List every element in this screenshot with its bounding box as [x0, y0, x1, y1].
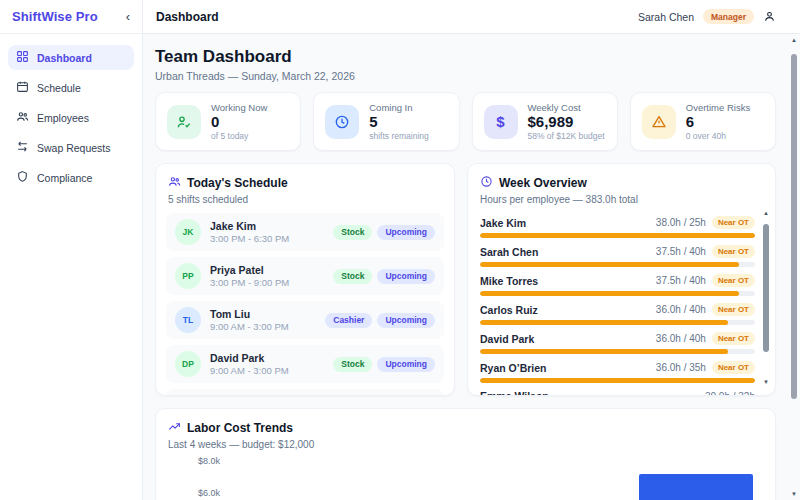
- sidebar-nav: Dashboard Schedule Employees Swap Reques…: [0, 34, 142, 201]
- page-title: Team Dashboard: [155, 47, 776, 67]
- hours-bar-fill: [480, 233, 755, 238]
- topbar: Dashboard Sarah Chen Manager: [143, 0, 800, 34]
- scrollbar-thumb[interactable]: [791, 54, 797, 399]
- avatar: DP: [175, 351, 201, 377]
- role-badge: Stock: [333, 225, 372, 240]
- week-overview-list: Jake Kim 38.0h / 25h Near OT: [468, 209, 775, 396]
- clock-icon: [480, 175, 493, 191]
- hours-vs-cap: 36.0h / 40h: [656, 333, 706, 344]
- main-content: Team Dashboard Urban Threads — Sunday, M…: [143, 34, 800, 500]
- grid-icon: [16, 50, 29, 65]
- role-badge: Stock: [333, 357, 372, 372]
- schedule-row[interactable]: LC Lisa Chen 9:00 AM - 3:00 PM Cashier U…: [166, 389, 444, 396]
- hours-vs-cap: 38.0h / 25h: [656, 217, 706, 228]
- employee-name: Tom Liu: [210, 308, 289, 320]
- stat-card-texts: Weekly Cost $6,989 58% of $12K budget: [528, 102, 605, 141]
- shift-time: 9:00 AM - 3:00 PM: [210, 321, 289, 332]
- stat-value: 6: [686, 113, 750, 131]
- sidebar-collapse-icon[interactable]: ‹: [126, 10, 130, 23]
- schedule-row[interactable]: JK Jake Kim 3:00 PM - 6:30 PM Stock Upco…: [166, 213, 444, 251]
- week-overview-row: Carlos Ruiz 36.0h / 40h Near OT: [480, 299, 755, 328]
- page-subtitle: Urban Threads — Sunday, March 22, 2026: [155, 70, 776, 82]
- stat-label: Working Now: [211, 102, 267, 113]
- week-overview-row: David Park 36.0h / 40h Near OT: [480, 328, 755, 357]
- schedule-row[interactable]: TL Tom Liu 9:00 AM - 3:00 PM Cashier Upc…: [166, 301, 444, 339]
- sidebar-item-label: Swap Requests: [37, 142, 111, 154]
- hours-bar-track: [480, 349, 755, 354]
- schedule-badges: Cashier Upcoming: [325, 313, 435, 328]
- panel-subtitle: Hours per employee — 383.0h total: [480, 194, 763, 205]
- schedule-badges: Stock Upcoming: [333, 357, 435, 372]
- week-overview-row: Jake Kim 38.0h / 25h Near OT: [480, 212, 755, 241]
- near-ot-badge: Near OT: [712, 274, 755, 287]
- sidebar-item-schedule[interactable]: Schedule: [8, 75, 134, 100]
- sidebar-item-employees[interactable]: Employees: [8, 105, 134, 130]
- employee-name: Mike Torres: [480, 275, 538, 287]
- hours-vs-cap: 37.5h / 40h: [656, 275, 706, 286]
- panel-subtitle: Last 4 weeks — budget: $12,000: [168, 439, 763, 450]
- sidebar-item-compliance[interactable]: Compliance: [8, 165, 134, 190]
- scroll-up-icon[interactable]: ▲: [791, 37, 797, 43]
- stat-value: $6,989: [528, 113, 605, 131]
- hours-bar-fill: [480, 320, 728, 325]
- hours-vs-cap: 37.5h / 40h: [656, 246, 706, 257]
- scroll-down-icon[interactable]: ▼: [763, 379, 769, 385]
- clock-icon: [325, 105, 359, 139]
- stat-value: 5: [369, 113, 429, 131]
- panel-title: Today's Schedule: [187, 176, 288, 190]
- status-badge: Upcoming: [377, 269, 435, 284]
- shift-time: 3:00 PM - 9:00 PM: [210, 277, 289, 288]
- schedule-list: JK Jake Kim 3:00 PM - 6:30 PM Stock Upco…: [156, 209, 454, 396]
- scroll-down-icon[interactable]: ▼: [791, 491, 797, 497]
- employee-name: Ryan O’Brien: [480, 362, 547, 374]
- stat-sub: 58% of $12K budget: [528, 131, 605, 141]
- page-scrollbar[interactable]: ▲ ▼: [788, 34, 800, 500]
- stat-card-texts: Coming In 5 shifts remaining: [369, 102, 429, 141]
- dollar-icon: $: [484, 105, 518, 139]
- sidebar-item-swap-requests[interactable]: Swap Requests: [8, 135, 134, 160]
- topbar-user-area: Sarah Chen Manager: [638, 9, 776, 24]
- user-check-icon: [167, 105, 201, 139]
- avatar: PP: [175, 263, 201, 289]
- schedule-row[interactable]: PP Priya Patel 3:00 PM - 9:00 PM Stock U…: [166, 257, 444, 295]
- stat-sub: 0 over 40h: [686, 131, 750, 141]
- scrollbar-thumb[interactable]: [763, 224, 769, 352]
- account-person-icon[interactable]: [763, 10, 776, 23]
- sidebar: ShiftWise Pro ‹ Dashboard Schedule Emplo…: [0, 0, 143, 500]
- employee-name: Jake Kim: [210, 220, 289, 232]
- labor-cost-bar: [639, 474, 753, 500]
- shift-time: 9:00 AM - 3:00 PM: [210, 365, 289, 376]
- page-breadcrumb: Dashboard: [156, 10, 219, 24]
- sidebar-item-dashboard[interactable]: Dashboard: [8, 45, 134, 70]
- panel-title: Labor Cost Trends: [187, 421, 293, 435]
- week-overview-row: Sarah Chen 37.5h / 40h Near OT: [480, 241, 755, 270]
- stat-value: 0: [211, 113, 267, 131]
- schedule-row-texts: Tom Liu 9:00 AM - 3:00 PM: [210, 308, 289, 332]
- sidebar-item-label: Schedule: [37, 82, 81, 94]
- week-overview-row: Mike Torres 37.5h / 40h Near OT: [480, 270, 755, 299]
- labor-cost-header: Labor Cost Trends Last 4 weeks — budget:…: [156, 409, 775, 454]
- status-badge: Upcoming: [377, 225, 435, 240]
- hours-bar-track: [480, 378, 755, 383]
- y-axis-tick: $8.0k: [198, 456, 220, 466]
- hours-bar-track: [480, 320, 755, 325]
- scroll-up-icon[interactable]: ▲: [763, 210, 769, 216]
- week-panel-scrollbar[interactable]: ▲ ▼: [761, 210, 771, 385]
- employee-name: David Park: [480, 333, 534, 345]
- status-badge: Upcoming: [377, 357, 435, 372]
- stat-card-overtime-risks: Overtime Risks 6 0 over 40h: [630, 92, 776, 151]
- people-icon: [168, 175, 181, 191]
- schedule-badges: Stock Upcoming: [333, 225, 435, 240]
- stat-card-texts: Overtime Risks 6 0 over 40h: [686, 102, 750, 141]
- schedule-row-texts: David Park 9:00 AM - 3:00 PM: [210, 352, 289, 376]
- employee-name: Jake Kim: [480, 217, 526, 229]
- hours-bar-fill: [480, 262, 739, 267]
- avatar: LC: [175, 395, 201, 396]
- panel-title: Week Overview: [499, 176, 587, 190]
- y-axis-tick: $6.0k: [198, 488, 220, 498]
- users-icon: [16, 110, 29, 125]
- swap-arrows-icon: [16, 140, 29, 155]
- role-badge: Manager: [703, 9, 754, 24]
- employee-name: Priya Patel: [210, 264, 289, 276]
- schedule-row[interactable]: DP David Park 9:00 AM - 3:00 PM Stock Up…: [166, 345, 444, 383]
